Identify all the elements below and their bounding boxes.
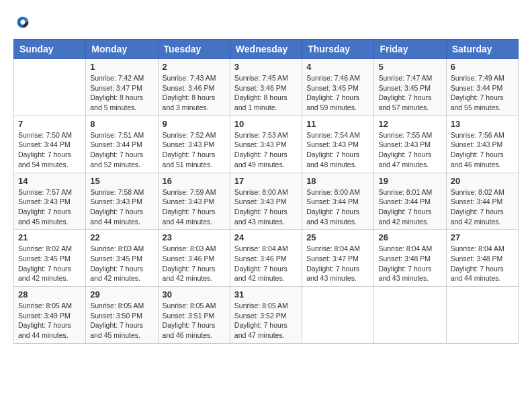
day-number: 22 xyxy=(90,232,153,242)
daylight: Daylight: 7 hours and 57 minutes. xyxy=(378,93,431,111)
daylight: Daylight: 7 hours and 51 minutes. xyxy=(163,150,216,169)
sunset: Sunset: 3:45 PM xyxy=(18,255,71,263)
sunrise: Sunrise: 8:04 AM xyxy=(378,244,432,253)
sunset: Sunset: 3:51 PM xyxy=(163,312,215,320)
weekday-header: Monday xyxy=(86,40,158,59)
day-number: 17 xyxy=(234,176,298,186)
sunrise: Sunrise: 7:45 AM xyxy=(234,74,288,82)
sunrise: Sunrise: 8:03 AM xyxy=(163,244,216,253)
day-number: 9 xyxy=(163,119,226,129)
sunset: Sunset: 3:45 PM xyxy=(378,84,431,92)
calendar-day-cell: 10 Sunrise: 7:53 AM Sunset: 3:43 PM Dayl… xyxy=(230,116,302,173)
calendar-day-cell: 11 Sunrise: 7:54 AM Sunset: 3:43 PM Dayl… xyxy=(302,116,374,173)
daylight: Daylight: 7 hours and 43 minutes. xyxy=(234,208,287,226)
daylight: Daylight: 8 hours and 3 minutes. xyxy=(163,93,216,111)
calendar-day-cell: 24 Sunrise: 8:04 AM Sunset: 3:46 PM Dayl… xyxy=(230,230,302,287)
sunset: Sunset: 3:46 PM xyxy=(163,255,215,263)
calendar-day-cell xyxy=(374,287,446,344)
day-number: 31 xyxy=(234,289,298,300)
day-number: 24 xyxy=(234,232,298,242)
day-info: Sunrise: 7:50 AM Sunset: 3:44 PM Dayligh… xyxy=(18,130,81,170)
daylight: Daylight: 7 hours and 52 minutes. xyxy=(90,150,143,169)
sunrise: Sunrise: 7:42 AM xyxy=(90,74,144,82)
weekday-header: Saturday xyxy=(446,40,518,59)
day-number: 14 xyxy=(18,176,81,186)
daylight: Daylight: 7 hours and 43 minutes. xyxy=(306,208,359,226)
day-number: 28 xyxy=(18,289,81,300)
sunset: Sunset: 3:52 PM xyxy=(234,312,287,320)
sunrise: Sunrise: 7:51 AM xyxy=(90,131,144,139)
sunrise: Sunrise: 8:02 AM xyxy=(18,244,72,253)
calendar-day-cell: 21 Sunrise: 8:02 AM Sunset: 3:45 PM Dayl… xyxy=(14,230,86,287)
sunset: Sunset: 3:46 PM xyxy=(234,255,287,263)
day-number: 1 xyxy=(90,62,153,72)
calendar-day-cell: 28 Sunrise: 8:05 AM Sunset: 3:49 PM Dayl… xyxy=(14,287,86,344)
calendar-day-cell xyxy=(14,59,86,116)
day-number: 21 xyxy=(18,232,81,242)
sunset: Sunset: 3:44 PM xyxy=(378,197,431,205)
calendar-table: SundayMondayTuesdayWednesdayThursdayFrid… xyxy=(13,39,519,344)
sunrise: Sunrise: 7:50 AM xyxy=(18,131,72,139)
weekday-header: Tuesday xyxy=(158,40,230,59)
calendar-day-cell: 20 Sunrise: 8:02 AM Sunset: 3:44 PM Dayl… xyxy=(446,173,518,230)
calendar-day-cell: 9 Sunrise: 7:52 AM Sunset: 3:43 PM Dayli… xyxy=(158,116,230,173)
sunset: Sunset: 3:43 PM xyxy=(234,197,287,205)
calendar-day-cell: 30 Sunrise: 8:05 AM Sunset: 3:51 PM Dayl… xyxy=(158,287,230,344)
calendar-day-cell: 29 Sunrise: 8:05 AM Sunset: 3:50 PM Dayl… xyxy=(86,287,158,344)
day-info: Sunrise: 7:43 AM Sunset: 3:46 PM Dayligh… xyxy=(163,73,226,113)
day-info: Sunrise: 7:51 AM Sunset: 3:44 PM Dayligh… xyxy=(90,130,153,170)
daylight: Daylight: 7 hours and 42 minutes. xyxy=(18,265,71,283)
calendar-day-cell: 12 Sunrise: 7:55 AM Sunset: 3:43 PM Dayl… xyxy=(374,116,446,173)
sunrise: Sunrise: 7:43 AM xyxy=(163,74,216,82)
day-info: Sunrise: 8:04 AM Sunset: 3:48 PM Dayligh… xyxy=(451,244,514,283)
calendar-day-cell: 27 Sunrise: 8:04 AM Sunset: 3:48 PM Dayl… xyxy=(446,230,518,287)
sunrise: Sunrise: 8:05 AM xyxy=(234,302,288,310)
calendar-week-row: 21 Sunrise: 8:02 AM Sunset: 3:45 PM Dayl… xyxy=(14,230,519,287)
calendar-day-cell: 31 Sunrise: 8:05 AM Sunset: 3:52 PM Dayl… xyxy=(230,287,302,344)
daylight: Daylight: 8 hours and 1 minute. xyxy=(234,93,287,111)
daylight: Daylight: 7 hours and 42 minutes. xyxy=(378,208,431,226)
daylight: Daylight: 7 hours and 44 minutes. xyxy=(163,208,216,226)
logo-icon xyxy=(13,13,32,32)
day-number: 29 xyxy=(90,289,153,300)
calendar-day-cell: 1 Sunrise: 7:42 AM Sunset: 3:47 PM Dayli… xyxy=(86,59,158,116)
daylight: Daylight: 7 hours and 44 minutes. xyxy=(18,321,71,339)
daylight: Daylight: 7 hours and 55 minutes. xyxy=(451,93,504,111)
calendar-day-cell: 15 Sunrise: 7:58 AM Sunset: 3:43 PM Dayl… xyxy=(86,173,158,230)
sunset: Sunset: 3:44 PM xyxy=(451,84,503,92)
day-info: Sunrise: 7:53 AM Sunset: 3:43 PM Dayligh… xyxy=(234,130,298,170)
sunset: Sunset: 3:43 PM xyxy=(306,140,359,148)
calendar-header-row: SundayMondayTuesdayWednesdayThursdayFrid… xyxy=(14,40,519,59)
sunrise: Sunrise: 7:59 AM xyxy=(163,188,216,196)
day-info: Sunrise: 8:05 AM Sunset: 3:49 PM Dayligh… xyxy=(18,301,81,340)
daylight: Daylight: 7 hours and 42 minutes. xyxy=(90,265,143,283)
calendar-day-cell xyxy=(302,287,374,344)
day-number: 27 xyxy=(451,232,514,242)
sunset: Sunset: 3:45 PM xyxy=(306,84,359,92)
sunrise: Sunrise: 8:05 AM xyxy=(90,302,144,310)
day-info: Sunrise: 8:04 AM Sunset: 3:46 PM Dayligh… xyxy=(234,244,298,283)
calendar-day-cell: 25 Sunrise: 8:04 AM Sunset: 3:47 PM Dayl… xyxy=(302,230,374,287)
sunrise: Sunrise: 8:05 AM xyxy=(18,302,72,310)
day-number: 6 xyxy=(451,62,514,72)
day-number: 10 xyxy=(234,119,298,129)
sunrise: Sunrise: 8:05 AM xyxy=(163,302,216,310)
sunrise: Sunrise: 7:56 AM xyxy=(451,131,504,139)
daylight: Daylight: 8 hours and 5 minutes. xyxy=(90,93,143,111)
daylight: Daylight: 7 hours and 46 minutes. xyxy=(451,150,504,169)
calendar-day-cell: 17 Sunrise: 8:00 AM Sunset: 3:43 PM Dayl… xyxy=(230,173,302,230)
sunset: Sunset: 3:44 PM xyxy=(306,197,359,205)
day-info: Sunrise: 7:56 AM Sunset: 3:43 PM Dayligh… xyxy=(451,130,514,170)
daylight: Daylight: 7 hours and 46 minutes. xyxy=(163,321,216,339)
calendar-week-row: 7 Sunrise: 7:50 AM Sunset: 3:44 PM Dayli… xyxy=(14,116,519,173)
daylight: Daylight: 7 hours and 48 minutes. xyxy=(306,150,359,169)
daylight: Daylight: 7 hours and 44 minutes. xyxy=(451,265,504,283)
day-info: Sunrise: 7:59 AM Sunset: 3:43 PM Dayligh… xyxy=(163,187,226,227)
day-number: 23 xyxy=(163,232,226,242)
sunset: Sunset: 3:50 PM xyxy=(90,312,142,320)
weekday-header: Friday xyxy=(374,40,446,59)
daylight: Daylight: 7 hours and 43 minutes. xyxy=(378,265,431,283)
daylight: Daylight: 7 hours and 59 minutes. xyxy=(306,93,359,111)
day-info: Sunrise: 8:00 AM Sunset: 3:44 PM Dayligh… xyxy=(306,187,369,227)
sunset: Sunset: 3:43 PM xyxy=(90,197,142,205)
